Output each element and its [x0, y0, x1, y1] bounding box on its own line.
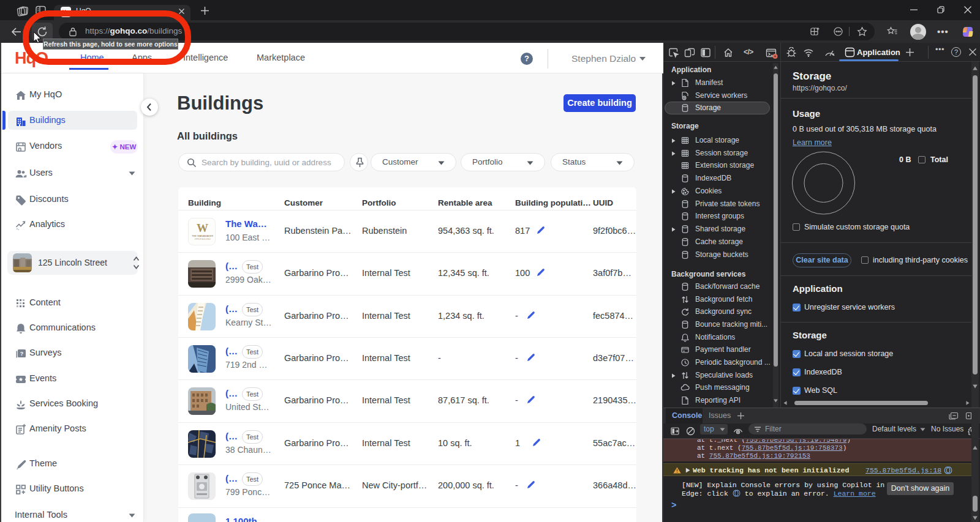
- svg-text:?: ?: [20, 351, 24, 357]
